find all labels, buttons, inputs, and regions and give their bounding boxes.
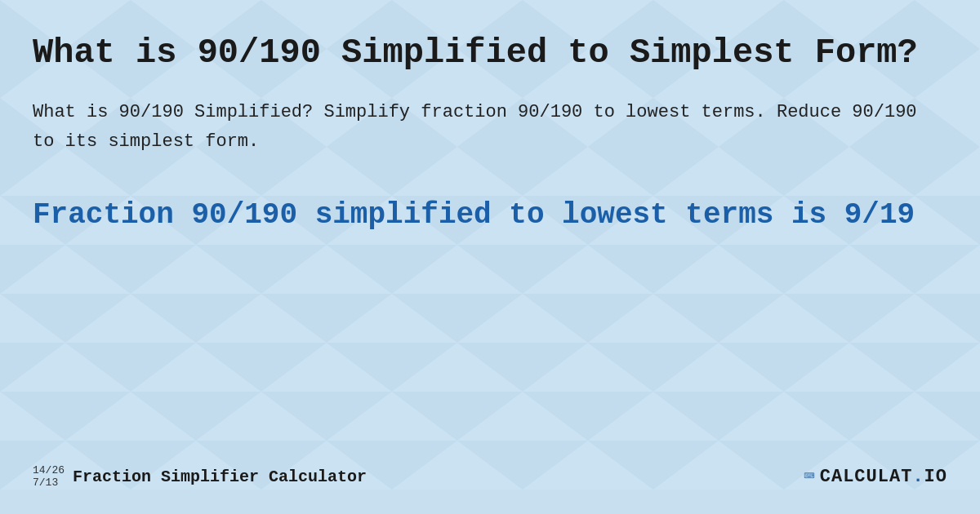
footer: 14/26 7/13 Fraction Simplifier Calculato… <box>33 448 947 490</box>
page-description: What is 90/190 Simplified? Simplify frac… <box>33 98 947 155</box>
calculator-icon: ⌨ <box>804 466 815 488</box>
footer-logo: ⌨ CALCULAT.IO <box>804 466 947 488</box>
footer-site-title: Fraction Simplifier Calculator <box>73 467 367 486</box>
footer-fractions: 14/26 7/13 <box>33 464 65 490</box>
result-section: Fraction 90/190 simplified to lowest ter… <box>33 197 947 448</box>
footer-logo-text: CALCULAT.IO <box>820 467 947 487</box>
page-content: What is 90/190 Simplified to Simplest Fo… <box>0 0 980 514</box>
footer-fraction-line2: 7/13 <box>33 476 65 490</box>
footer-logo-dot: . <box>912 467 924 487</box>
page-title: What is 90/190 Simplified to Simplest Fo… <box>33 33 947 73</box>
result-text: Fraction 90/190 simplified to lowest ter… <box>33 197 947 235</box>
footer-fraction-line1: 14/26 <box>33 464 65 477</box>
